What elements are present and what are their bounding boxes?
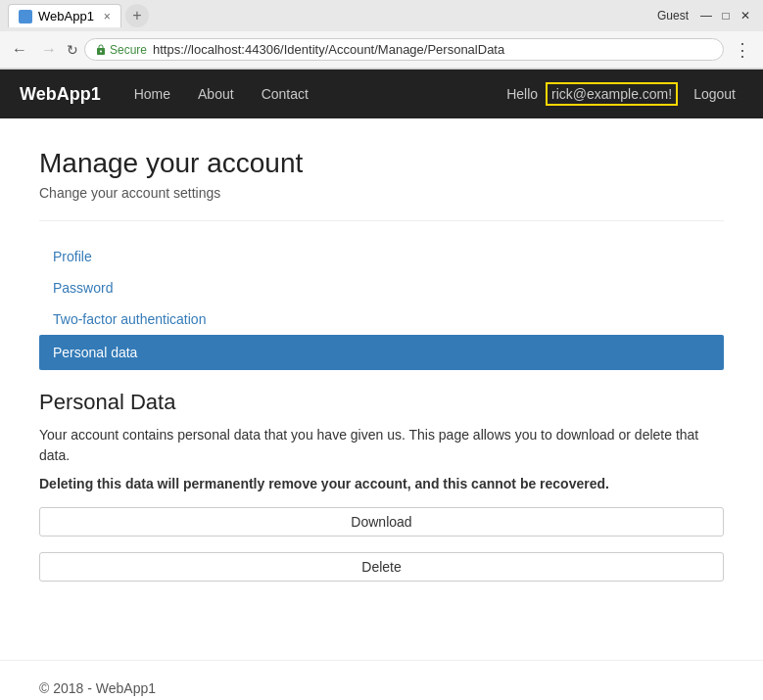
action-buttons: Download Delete xyxy=(39,507,724,591)
app-navbar: WebApp1 Home About Contact Hello rick@ex… xyxy=(0,70,763,118)
sidebar-item-two-factor[interactable]: Two-factor authentication xyxy=(39,303,724,335)
tab-title: WebApp1 xyxy=(38,9,94,23)
warning-text: Deleting this data will permanently remo… xyxy=(39,476,724,491)
nav-about[interactable]: About xyxy=(184,71,248,117)
close-button[interactable]: ✕ xyxy=(736,6,755,25)
reload-button[interactable]: ↻ xyxy=(67,42,78,58)
sidebar-nav: Profile Password Two-factor authenticati… xyxy=(39,241,724,370)
browser-tab[interactable]: WebApp1 × xyxy=(8,4,121,27)
nav-contact[interactable]: Contact xyxy=(248,71,322,117)
nav-links: Home About Contact xyxy=(120,71,322,117)
hello-text: Hello xyxy=(506,86,538,102)
footer: © 2018 - WebApp1 xyxy=(0,660,763,700)
restore-button[interactable]: □ xyxy=(716,6,736,25)
back-button[interactable]: ← xyxy=(8,39,31,61)
secure-label: Secure xyxy=(110,43,147,57)
page-subtitle: Change your account settings xyxy=(39,185,724,201)
minimize-button[interactable]: — xyxy=(696,6,716,25)
section-title: Personal Data xyxy=(39,390,724,415)
title-bar: WebApp1 × + Guest — □ ✕ xyxy=(0,0,763,31)
page-content: Manage your account Change your account … xyxy=(0,118,763,621)
logout-button[interactable]: Logout xyxy=(686,82,743,106)
forward-button[interactable]: → xyxy=(37,39,61,61)
description-text: Your account contains personal data that… xyxy=(39,425,724,466)
url-bar[interactable]: Secure https://localhost:44306/Identity/… xyxy=(84,38,724,61)
sidebar-item-profile[interactable]: Profile xyxy=(39,241,724,272)
divider xyxy=(39,220,724,221)
new-tab-button[interactable]: + xyxy=(125,4,149,27)
guest-label: Guest xyxy=(657,9,689,23)
nav-home[interactable]: Home xyxy=(120,71,184,117)
secure-indicator: Secure xyxy=(95,43,147,57)
sidebar-item-personal-data[interactable]: Personal data xyxy=(39,335,724,370)
brand-name: WebApp1 xyxy=(20,84,101,105)
browser-menu-button[interactable]: ⋮ xyxy=(730,39,755,61)
download-button[interactable]: Download xyxy=(39,507,724,537)
footer-text: © 2018 - WebApp1 xyxy=(39,680,156,696)
tab-close-button[interactable]: × xyxy=(104,10,111,23)
delete-button[interactable]: Delete xyxy=(39,552,724,582)
tab-area: WebApp1 × + xyxy=(8,4,149,27)
page-title: Manage your account xyxy=(39,148,724,179)
nav-right: Hello rick@example.com! Logout xyxy=(506,82,743,106)
browser-chrome: WebApp1 × + Guest — □ ✕ ← → ↻ Secure htt… xyxy=(0,0,763,70)
sidebar-item-password[interactable]: Password xyxy=(39,272,724,303)
address-bar: ← → ↻ Secure https://localhost:44306/Ide… xyxy=(0,31,763,69)
tab-icon xyxy=(19,10,32,23)
url-text: https://localhost:44306/Identity/Account… xyxy=(153,42,713,57)
user-email-link[interactable]: rick@example.com! xyxy=(546,82,678,106)
